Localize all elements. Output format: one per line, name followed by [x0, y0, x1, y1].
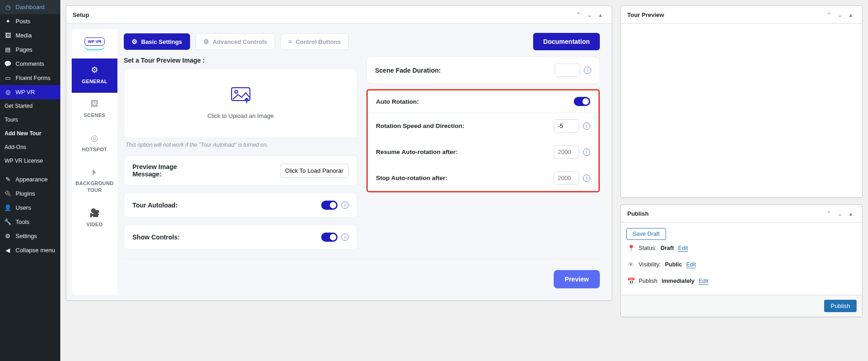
tab-general[interactable]: ⚙ GENERAL — [72, 58, 117, 93]
panel-move-up-icon[interactable]: ⌃ — [824, 10, 834, 20]
auto-rotation-toggle[interactable] — [574, 97, 590, 106]
preview-message-label: Preview Image Message: — [132, 163, 196, 178]
sidebar-item-users[interactable]: 👤Users — [0, 201, 60, 215]
rotation-speed-input[interactable] — [554, 119, 579, 133]
appearance-icon: ✎ — [4, 176, 12, 183]
sidebar-item-wpvr-license[interactable]: WP VR License — [0, 154, 60, 168]
panel-move-down-icon[interactable]: ⌄ — [835, 208, 845, 218]
help-icon[interactable]: i — [583, 175, 590, 182]
svg-point-1 — [235, 90, 238, 93]
sidebar-item-add-new-tour[interactable]: Add New Tour — [0, 127, 60, 140]
show-controls-toggle[interactable] — [321, 233, 338, 242]
sidebar-item-label: Collapse menu — [16, 247, 55, 254]
upload-preview-image[interactable]: Click to Upload an Image — [124, 69, 357, 138]
upload-note: This option will not work if the "Tour A… — [124, 138, 357, 148]
visibility-label: Visibility: — [639, 261, 661, 268]
basic-settings-button[interactable]: ⚙Basic Settings — [124, 33, 190, 50]
media-icon: 🖾 — [4, 32, 12, 39]
wpvr-logo-badge: WP VR — [85, 37, 104, 46]
sidebar-item-pages[interactable]: ▤Pages — [0, 42, 60, 57]
wpvr-submenu: Get Started Tours Add New Tour Add-Ons W… — [0, 99, 60, 168]
sidebar-item-label: Get Started — [5, 103, 32, 109]
equalizer-icon: ≡ — [288, 38, 292, 45]
help-icon[interactable]: i — [583, 122, 590, 130]
stop-rotation-label: Stop Auto-rotation after: — [376, 175, 447, 181]
upload-label: Click to Upload an Image — [129, 112, 352, 119]
wp-admin-sidebar: ◷Dashboard ✦Posts 🖾Media ▤Pages 💬Comment… — [0, 0, 60, 323]
panel-toggle-icon[interactable]: ▴ — [846, 208, 856, 218]
tab-scenes[interactable]: 🖼 SCENES — [72, 93, 117, 127]
tour-preview-postbox: Tour Preview ⌃ ⌄ ▴ — [620, 5, 863, 198]
control-buttons-button[interactable]: ≡Control Buttons — [281, 33, 349, 50]
dashboard-icon: ◷ — [4, 4, 12, 11]
forms-icon: ▭ — [4, 74, 12, 81]
show-controls-label: Show Controls: — [132, 234, 180, 241]
sidebar-item-label: Pages — [16, 46, 32, 53]
tab-background-tour[interactable]: ⏵ BACKGROUND TOUR — [72, 161, 117, 202]
tab-label: BACKGROUND TOUR — [75, 180, 114, 193]
sliders-icon: ⚙ — [203, 38, 209, 45]
tab-hotspot[interactable]: ◎ HOTSPOT — [72, 127, 117, 161]
visibility-edit-link[interactable]: Edit — [686, 261, 696, 268]
resume-rotation-input[interactable] — [554, 145, 579, 159]
help-icon[interactable]: i — [341, 234, 349, 241]
calendar-icon: 📅 — [627, 277, 635, 285]
status-label: Status: — [639, 245, 656, 251]
panel-move-up-icon[interactable]: ⌃ — [573, 10, 583, 20]
sidebar-item-label: Posts — [16, 18, 31, 25]
tour-autoload-toggle[interactable] — [321, 201, 338, 210]
sidebar-item-label: Fluent Forms — [16, 74, 51, 81]
gear-icon: ⚙ — [132, 38, 138, 45]
panel-move-up-icon[interactable]: ⌃ — [824, 208, 834, 218]
collapse-icon: ◀ — [4, 247, 12, 254]
sidebar-item-label: Add New Tour — [5, 130, 41, 137]
help-icon[interactable]: i — [584, 67, 591, 74]
sidebar-item-tools[interactable]: 🔧Tools — [0, 215, 60, 229]
help-icon[interactable]: i — [341, 202, 349, 209]
sidebar-item-dashboard[interactable]: ◷Dashboard — [0, 0, 60, 14]
panel-toggle-icon[interactable]: ▴ — [846, 10, 856, 20]
help-icon[interactable]: i — [583, 149, 590, 156]
publish-button[interactable]: Publish — [824, 300, 857, 312]
preview-button[interactable]: Preview — [554, 270, 600, 288]
panel-move-down-icon[interactable]: ⌄ — [835, 10, 845, 20]
sidebar-item-appearance[interactable]: ✎Appearance — [0, 172, 60, 186]
advanced-controls-button[interactable]: ⚙Advanced Controls — [196, 33, 275, 50]
scene-fade-input[interactable] — [555, 64, 580, 77]
sidebar-item-label: Plugins — [16, 190, 35, 197]
documentation-button[interactable]: Documentation — [533, 33, 600, 50]
publish-edit-link[interactable]: Edit — [699, 278, 709, 285]
eye-icon: 👁 — [627, 261, 635, 268]
auto-rotation-label: Auto Rotation: — [376, 98, 419, 105]
panel-move-down-icon[interactable]: ⌄ — [584, 10, 594, 20]
save-draft-button[interactable]: Save Draft — [626, 228, 666, 240]
button-label: Control Buttons — [296, 38, 341, 45]
tour-preview-title: Tour Preview — [627, 11, 664, 18]
button-label: Basic Settings — [141, 38, 182, 45]
visibility-value: Public — [665, 261, 682, 268]
button-label: Advanced Controls — [213, 38, 267, 45]
auto-rotation-highlight-box: Auto Rotation: Rotation Speed and Direct… — [366, 89, 600, 192]
sidebar-item-fluent-forms[interactable]: ▭Fluent Forms — [0, 71, 60, 85]
sidebar-item-label: Appearance — [16, 176, 48, 183]
sidebar-item-collapse[interactable]: ◀Collapse menu — [0, 243, 60, 257]
wpvr-logo: WP VR — [72, 29, 117, 58]
sidebar-item-posts[interactable]: ✦Posts — [0, 14, 60, 28]
sidebar-item-settings[interactable]: ⚙Settings — [0, 229, 60, 243]
publish-postbox: Publish ⌃ ⌄ ▴ Save Draft 📍 Status: Draft… — [620, 204, 863, 317]
status-edit-link[interactable]: Edit — [678, 245, 688, 252]
tab-video[interactable]: 🎥 VIDEO — [72, 202, 117, 236]
settings-icon: ⚙ — [4, 233, 12, 239]
stop-rotation-input[interactable] — [554, 171, 579, 185]
preview-message-input[interactable] — [280, 164, 349, 178]
sidebar-item-add-ons[interactable]: Add-Ons — [0, 140, 60, 154]
sidebar-item-plugins[interactable]: 🔌Plugins — [0, 186, 60, 201]
tour-preview-body — [621, 24, 862, 197]
sidebar-item-wpvr[interactable]: ◎WP VR — [0, 85, 60, 99]
sidebar-item-tours[interactable]: Tours — [0, 113, 60, 127]
sidebar-item-media[interactable]: 🖾Media — [0, 28, 60, 42]
sidebar-item-get-started[interactable]: Get Started — [0, 99, 60, 113]
panel-toggle-icon[interactable]: ▴ — [595, 10, 605, 20]
sidebar-item-comments[interactable]: 💬Comments — [0, 57, 60, 71]
video-icon: ⏵ — [74, 167, 116, 177]
